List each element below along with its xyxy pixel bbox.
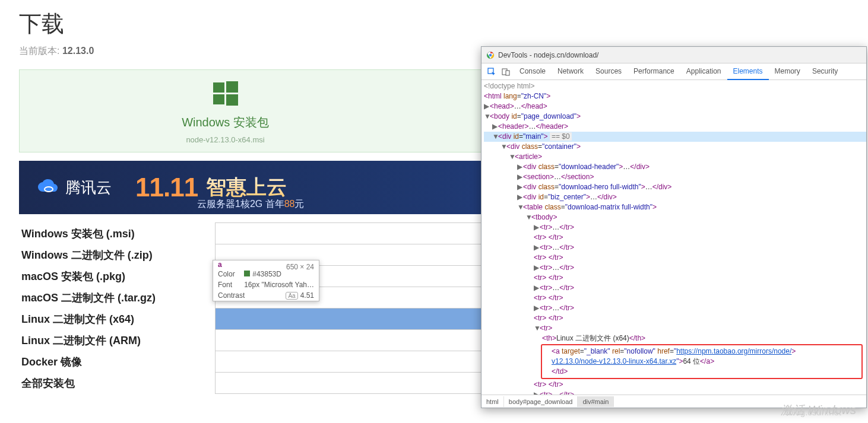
row-name: 全部安装包 [19,373,215,394]
tooltip-tag: a [213,258,227,270]
svg-rect-1 [226,81,238,93]
hero-windows-label: Windows 安装包 [20,115,431,131]
devtools-tab-memory[interactable]: Memory [769,63,806,80]
hero-windows[interactable]: Windows 安装包 node-v12.13.0-x64.msi [20,70,431,152]
row-name: Windows 二进制文件 (.zip) [19,244,215,266]
devtools-tab-application[interactable]: Application [680,63,727,80]
banner-text: 智惠上云 [206,174,287,201]
hero-windows-file: node-v12.13.0-x64.msi [20,135,431,144]
tooltip-contrast-label: Contrast [218,291,245,300]
version-label: 当前版本: [19,46,59,56]
tooltip-dimensions: 650 × 24 [286,260,319,271]
page-title: 下载 [19,9,849,39]
tooltip-color-label: Color [218,270,235,278]
devtools-tab-elements[interactable]: Elements [727,63,769,80]
row-name: macOS 二进制文件 (.tar.gz) [19,287,215,308]
banner-11-11: 11.11 [135,173,198,202]
tooltip-contrast: 4.51 [300,291,314,300]
csdn-watermark: blog.csdn.net [788,407,841,417]
breadcrumb-item[interactable]: body#page_download [504,396,578,407]
svg-point-6 [489,53,492,56]
svg-rect-9 [506,71,509,75]
breadcrumb-item[interactable]: html [481,396,504,407]
color-swatch-icon [244,271,250,276]
version-number: 12.13.0 [62,46,94,56]
devtools-tab-security[interactable]: Security [806,63,844,80]
banner-brand: 腾讯云 [65,177,112,198]
devtools-titlebar: DevTools - nodejs.cn/download/ [481,47,866,63]
svg-rect-0 [213,82,224,93]
cloud-icon [37,179,61,196]
element-inspect-tooltip: a650 × 24 Color#43853D Font16px "Microso… [213,260,319,301]
devtools-title: DevTools - nodejs.cn/download/ [498,51,598,59]
svg-rect-3 [226,94,238,106]
svg-rect-2 [213,94,224,104]
tencent-cloud-logo: 腾讯云 [37,177,112,198]
banner-sub-price: 88 [284,199,295,209]
devtools-dom-tree[interactable]: <!doctype html><html lang="zh-CN">▶<head… [481,80,866,395]
devtools-tab-performance[interactable]: Performance [628,63,680,80]
banner-sub-pre: 云服务器 [197,199,235,209]
tooltip-font-label: Font [218,281,232,289]
row-name: Linux 二进制文件 (x64) [19,308,215,330]
banner-sub: 云服务器1核2G 首年88元 [197,198,304,211]
banner-sub-mid: 1核2G 首年 [235,199,284,209]
devtools-tabs: ConsoleNetworkSourcesPerformanceApplicat… [481,63,866,80]
tooltip-color: #43853D [252,270,281,278]
aa-badge-icon: Aa [286,292,297,300]
row-name: Linux 二进制文件 (ARM) [19,330,215,351]
row-name: macOS 安装包 (.pkg) [19,266,215,287]
row-name: Docker 镜像 [19,351,215,373]
breadcrumb-item[interactable]: div#main [578,396,614,407]
devtools-tab-console[interactable]: Console [514,63,552,80]
devtools-window: DevTools - nodejs.cn/download/ ConsoleNe… [481,46,867,408]
row-name: Windows 安装包 (.msi) [19,223,215,244]
device-toggle-icon[interactable] [499,65,512,78]
chrome-icon [486,51,495,59]
banner-sub-unit: 元 [294,199,304,209]
inspect-icon[interactable] [485,65,498,78]
devtools-tab-network[interactable]: Network [552,63,590,80]
tooltip-font: 16px "Microsoft Yah… [244,281,314,289]
devtools-tab-sources[interactable]: Sources [590,63,628,80]
windows-icon [211,79,240,109]
